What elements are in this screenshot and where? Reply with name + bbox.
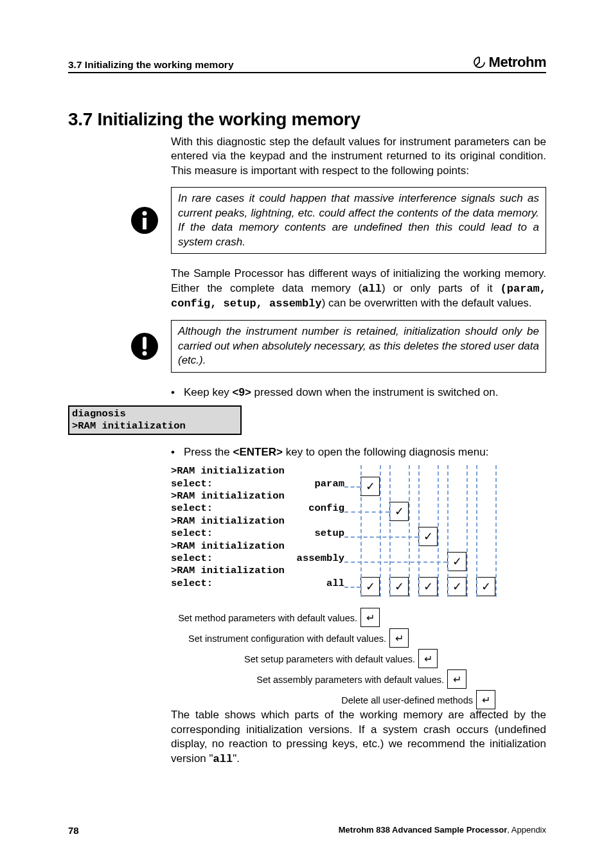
info-icon	[130, 206, 159, 235]
desc-all: Delete all user-defined methods	[341, 695, 473, 705]
menu-opt-param: param	[314, 478, 344, 490]
menu-opt-all: all	[326, 578, 344, 590]
enter-icon: ↵	[389, 628, 409, 648]
menu-opt-setup: setup	[314, 527, 344, 540]
init-diagram: >RAM initialization select:param >RAM in…	[68, 465, 546, 696]
page-header: 3.7 Initializing the working memory Metr…	[68, 54, 546, 73]
check-icon: ✓	[389, 577, 409, 596]
desc-assembly: Set assembly parameters with default val…	[256, 675, 444, 685]
check-icon: ✓	[476, 577, 495, 596]
section-heading: 3.7 Initializing the working memory	[68, 109, 546, 130]
svg-rect-4	[143, 337, 147, 350]
header-section-label: 3.7 Initializing the working memory	[68, 59, 234, 71]
desc-param: Set method parameters with default value…	[178, 613, 357, 623]
desc-setup: Set setup parameters with default values…	[244, 654, 415, 664]
menu-block: >RAM initialization select:param >RAM in…	[171, 465, 344, 590]
footer-product: Metrohm 838 Advanced Sample Processor, A…	[339, 825, 546, 836]
lcd-display: diagnosis >RAM initialization	[68, 405, 242, 436]
key-enter: <ENTER>	[233, 446, 283, 458]
enter-icon: ↵	[418, 649, 438, 668]
step-bullet-2: • Press the <ENTER> key to open the foll…	[171, 445, 546, 460]
menu-opt-assembly: assembly	[297, 553, 344, 565]
menu-opt-config: config	[308, 502, 344, 515]
step-bullet-1: • Keep key <9> pressed down when the ins…	[171, 385, 546, 400]
warning-icon	[130, 332, 159, 361]
brand-mark: Metrohm	[472, 54, 546, 71]
check-icon: ✓	[418, 577, 438, 596]
enter-icon: ↵	[447, 669, 466, 689]
enter-icon: ↵	[360, 608, 380, 627]
paragraph-memory-modes: The Sample Processor has different ways …	[171, 267, 546, 311]
key-9: <9>	[233, 386, 251, 398]
desc-config: Set instrument configuration with defaul…	[188, 633, 386, 644]
info-note: In rare cases it could happen that massi…	[171, 187, 546, 254]
page-footer: 78 Metrohm 838 Advanced Sample Processor…	[68, 825, 546, 836]
svg-point-5	[143, 351, 147, 356]
check-icon: ✓	[418, 527, 438, 546]
enter-icon: ↵	[476, 690, 495, 709]
intro-paragraph: With this diagnostic step the default va…	[171, 135, 546, 178]
svg-point-2	[143, 211, 147, 216]
svg-rect-1	[143, 218, 147, 229]
check-icon: ✓	[447, 577, 466, 596]
warning-note: Although the instrument number is retain…	[171, 320, 546, 372]
page-number: 78	[68, 825, 79, 836]
lcd-line-2: >RAM initialization	[72, 420, 238, 432]
closing-paragraph: The table shows which parts of the worki…	[171, 708, 546, 766]
check-icon: ✓	[447, 552, 466, 571]
check-icon: ✓	[360, 577, 380, 596]
brand-logo-icon	[472, 56, 486, 69]
lcd-line-1: diagnosis	[72, 408, 238, 420]
brand-text: Metrohm	[489, 54, 546, 71]
check-icon: ✓	[360, 477, 380, 496]
check-icon: ✓	[389, 502, 409, 521]
